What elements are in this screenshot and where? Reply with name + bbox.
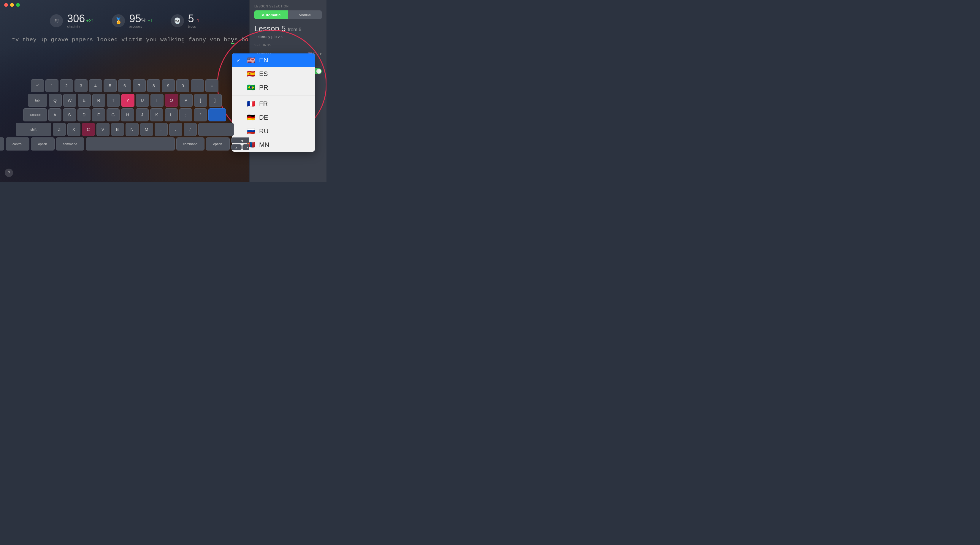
key-e[interactable]: E bbox=[78, 94, 91, 107]
key-arrow-left[interactable]: ◀ bbox=[231, 137, 250, 143]
key-1[interactable]: 1 bbox=[45, 79, 59, 92]
key-k[interactable]: K bbox=[150, 108, 163, 121]
close-button[interactable] bbox=[4, 3, 8, 7]
key-control[interactable]: control bbox=[6, 137, 29, 150]
tab-manual[interactable]: Manual bbox=[288, 10, 322, 19]
typing-text-area: tv they up grave papers looked victim yo… bbox=[0, 32, 249, 48]
key-2[interactable]: 2 bbox=[60, 79, 73, 92]
key-o[interactable]: O bbox=[165, 94, 178, 107]
key-u[interactable]: U bbox=[136, 94, 149, 107]
tab-automatic[interactable]: Automatic bbox=[255, 10, 288, 19]
key-option-right[interactable]: option bbox=[206, 137, 230, 150]
key-5[interactable]: 5 bbox=[103, 79, 117, 92]
accuracy-icon: 🏅 bbox=[112, 14, 125, 27]
typos-icon: 💀 bbox=[171, 14, 184, 27]
stats-bar: ≋ 306+21 char/min 🏅 95%+1 accuracy 💀 5-1 bbox=[0, 10, 249, 32]
key-h[interactable]: H bbox=[121, 108, 134, 121]
key-command-left[interactable]: command bbox=[56, 137, 84, 150]
typos-value: 5-1 bbox=[188, 13, 199, 24]
key-f[interactable]: F bbox=[92, 108, 105, 121]
key-4[interactable]: 4 bbox=[89, 79, 102, 92]
key-arrow-down[interactable]: ▼ bbox=[242, 144, 250, 150]
key-y[interactable]: Y bbox=[121, 94, 134, 107]
key-d[interactable]: D bbox=[78, 108, 91, 121]
key-t[interactable]: T bbox=[107, 94, 120, 107]
key-8[interactable]: 8 bbox=[147, 79, 160, 92]
key-rbracket[interactable]: ] bbox=[208, 94, 222, 107]
key-m[interactable]: M bbox=[140, 123, 153, 136]
active-char: y bbox=[248, 37, 249, 43]
key-slash[interactable]: / bbox=[184, 123, 197, 136]
typos-stat: 💀 5-1 typos bbox=[171, 13, 199, 28]
lesson-selection-label: LESSON SELECTION bbox=[255, 5, 322, 8]
chars-icon: ≋ bbox=[50, 14, 63, 27]
key-caps[interactable]: · caps lock bbox=[23, 108, 47, 121]
key-comma[interactable]: , bbox=[154, 123, 168, 136]
key-return[interactable] bbox=[208, 108, 226, 121]
maximize-button[interactable] bbox=[16, 3, 20, 7]
lang-en-label: EN bbox=[259, 56, 268, 64]
lesson-letters: Letters: y p b v k bbox=[255, 34, 322, 39]
key-n[interactable]: N bbox=[126, 123, 138, 136]
key-c[interactable]: C bbox=[82, 123, 95, 136]
chars-value: 306+21 bbox=[67, 13, 94, 24]
minimize-button[interactable] bbox=[10, 3, 14, 7]
key-3[interactable]: 3 bbox=[75, 79, 88, 92]
key-row-bottom: fn control option command command option… bbox=[0, 137, 249, 150]
key-shift-left[interactable]: shift bbox=[16, 123, 51, 136]
lesson-title: Lesson 5 from 6 bbox=[255, 24, 322, 33]
key-arrow-up[interactable]: ▲ bbox=[231, 144, 242, 150]
key-quote[interactable]: ' bbox=[194, 108, 207, 121]
key-j[interactable]: J bbox=[136, 108, 149, 121]
traffic-lights bbox=[4, 3, 20, 7]
key-period[interactable]: . bbox=[169, 123, 182, 136]
typed-text: tv they up grave papers looked victim yo… bbox=[12, 37, 231, 43]
chars-label: char/min bbox=[67, 25, 94, 28]
key-semicolon[interactable]: ; bbox=[179, 108, 192, 121]
keyboard: ~` 1 2 3 4 5 6 7 8 9 0 - = tab Q W E R T… bbox=[0, 48, 249, 182]
key-fn[interactable]: fn bbox=[0, 137, 4, 150]
key-7[interactable]: 7 bbox=[133, 79, 146, 92]
key-a[interactable]: A bbox=[48, 108, 61, 121]
main-area: ≋ 306+21 char/min 🏅 95%+1 accuracy 💀 5-1 bbox=[0, 0, 249, 182]
sidebar: LESSON SELECTION Automatic Manual Lesson… bbox=[249, 0, 326, 182]
key-minus[interactable]: - bbox=[191, 79, 204, 92]
key-l[interactable]: L bbox=[165, 108, 178, 121]
lang-ru-label: RU bbox=[259, 127, 269, 135]
lang-fr-label: FR bbox=[259, 100, 268, 108]
key-tab[interactable]: tab bbox=[28, 94, 47, 107]
key-z[interactable]: Z bbox=[53, 123, 66, 136]
key-g[interactable]: G bbox=[107, 108, 119, 121]
key-option-left[interactable]: option bbox=[31, 137, 55, 150]
key-v[interactable]: V bbox=[97, 123, 110, 136]
key-6[interactable]: 6 bbox=[118, 79, 131, 92]
lang-mn-label: MN bbox=[259, 141, 269, 149]
accuracy-stat: 🏅 95%+1 accuracy bbox=[112, 13, 153, 28]
key-s[interactable]: S bbox=[63, 108, 76, 121]
key-row-asdf: · caps lock A S D F G H J K L ; ' bbox=[23, 108, 226, 121]
key-tilde[interactable]: ~` bbox=[31, 79, 44, 92]
key-shift-right[interactable] bbox=[198, 123, 234, 136]
key-b[interactable]: B bbox=[111, 123, 124, 136]
key-i[interactable]: I bbox=[151, 94, 164, 107]
key-row-qwerty: tab Q W E R T Y U I O P [ ] bbox=[28, 94, 222, 107]
key-x[interactable]: X bbox=[67, 123, 80, 136]
typos-label: typos bbox=[188, 25, 199, 28]
key-w[interactable]: W bbox=[63, 94, 76, 107]
key-equals[interactable]: = bbox=[205, 79, 218, 92]
accuracy-value: 95%+1 bbox=[129, 13, 153, 24]
key-row-numbers: ~` 1 2 3 4 5 6 7 8 9 0 - = bbox=[31, 79, 218, 92]
key-space[interactable] bbox=[86, 137, 175, 150]
lang-de-label: DE bbox=[259, 114, 268, 121]
settings-label: SETTINGS bbox=[255, 44, 322, 47]
key-command-right[interactable]: command bbox=[176, 137, 205, 150]
accuracy-label: accuracy bbox=[129, 25, 153, 28]
key-0[interactable]: 0 bbox=[176, 79, 189, 92]
key-r[interactable]: R bbox=[92, 94, 105, 107]
key-9[interactable]: 9 bbox=[162, 79, 175, 92]
key-q[interactable]: Q bbox=[49, 94, 62, 107]
key-lbracket[interactable]: [ bbox=[194, 94, 207, 107]
help-button[interactable]: ? bbox=[5, 169, 13, 177]
key-p[interactable]: P bbox=[180, 94, 192, 107]
key-row-zxcv: shift Z X C V B N M , . / bbox=[16, 123, 234, 136]
